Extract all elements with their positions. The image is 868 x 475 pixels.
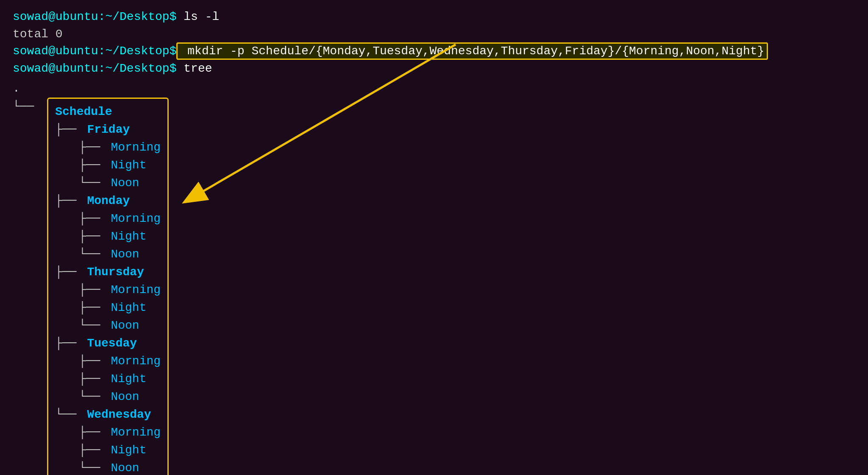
- c4: ├──: [79, 210, 107, 228]
- command-tree: tree: [176, 62, 212, 75]
- wednesday-morning-label: Morning: [111, 424, 161, 441]
- root-dot: .: [13, 80, 20, 98]
- command-mkdir: mkdir -p Schedule/{Monday,Tuesday,Wednes…: [176, 42, 768, 60]
- tree-wrapper: └── Schedule ├── Friday ├── Morning ├── …: [13, 98, 855, 475]
- c14: ├──: [79, 441, 107, 459]
- wednesday-connector: └──: [55, 406, 83, 424]
- tree-root: .: [13, 80, 855, 98]
- c8: ├──: [79, 299, 107, 317]
- output-total: total 0: [13, 28, 63, 41]
- wednesday-night: ├── Night: [79, 441, 161, 459]
- line-tree: sowad@ubuntu:~/Desktop$ tree: [13, 60, 855, 78]
- wednesday-dir: └── Wednesday: [55, 406, 161, 424]
- friday-label: Friday: [87, 121, 130, 139]
- tuesday-night-label: Night: [111, 370, 146, 388]
- thursday-morning-label: Morning: [111, 281, 161, 299]
- monday-night-label: Night: [111, 228, 146, 246]
- thursday-dir: ├── Thursday: [55, 263, 161, 281]
- tuesday-dir: ├── Tuesday: [55, 335, 161, 352]
- friday-noon: └── Noon: [79, 174, 161, 192]
- friday-connector: ├──: [55, 121, 83, 139]
- schedule-dir: Schedule: [55, 103, 161, 121]
- c12: └──: [79, 388, 107, 406]
- wednesday-noon: └── Noon: [79, 459, 161, 475]
- tuesday-label: Tuesday: [87, 335, 137, 352]
- wednesday-morning: ├── Morning: [79, 424, 161, 441]
- wednesday-label: Wednesday: [87, 406, 151, 424]
- prompt-2: sowad@ubuntu:~/Desktop$: [13, 45, 176, 58]
- prompt-3: sowad@ubuntu:~/Desktop$: [13, 62, 176, 75]
- tuesday-morning-label: Morning: [111, 352, 161, 370]
- monday-noon-label: Noon: [111, 246, 139, 263]
- c11: ├──: [79, 370, 107, 388]
- c7: ├──: [79, 281, 107, 299]
- tree-box: Schedule ├── Friday ├── Morning ├── Nigh…: [47, 98, 169, 475]
- tuesday-connector: ├──: [55, 335, 83, 352]
- thursday-morning: ├── Morning: [79, 281, 161, 299]
- thursday-label: Thursday: [87, 263, 144, 281]
- tuesday-noon: └── Noon: [79, 388, 161, 406]
- monday-night: ├── Night: [79, 228, 161, 246]
- thursday-night-label: Night: [111, 299, 146, 317]
- line-mkdir: sowad@ubuntu:~/Desktop$ mkdir -p Schedul…: [13, 43, 855, 60]
- c9: └──: [79, 317, 107, 335]
- c2: ├──: [79, 156, 107, 174]
- tuesday-noon-label: Noon: [111, 388, 139, 406]
- friday-night-label: Night: [111, 156, 146, 174]
- monday-noon: └── Noon: [79, 246, 161, 263]
- tuesday-morning: ├── Morning: [79, 352, 161, 370]
- command-ls: ls -l: [176, 10, 219, 23]
- thursday-noon-label: Noon: [111, 317, 139, 335]
- c3: └──: [79, 174, 107, 192]
- monday-morning-label: Morning: [111, 210, 161, 228]
- tuesday-night: ├── Night: [79, 370, 161, 388]
- wednesday-noon-label: Noon: [111, 459, 139, 475]
- friday-night: ├── Night: [79, 156, 161, 174]
- c10: ├──: [79, 352, 107, 370]
- tree-output: . └── Schedule ├── Friday ├── Morning ├─…: [13, 80, 855, 475]
- friday-morning: ├── Morning: [79, 139, 161, 156]
- line-total: total 0: [13, 26, 855, 43]
- thursday-noon: └── Noon: [79, 317, 161, 335]
- schedule-label: Schedule: [55, 103, 112, 121]
- wednesday-night-label: Night: [111, 441, 146, 459]
- c1: ├──: [79, 139, 107, 156]
- monday-label: Monday: [87, 192, 130, 210]
- friday-dir: ├── Friday: [55, 121, 161, 139]
- c15: └──: [79, 459, 107, 475]
- root-pipe: └──: [13, 98, 41, 116]
- friday-noon-label: Noon: [111, 174, 139, 192]
- line-ls: sowad@ubuntu:~/Desktop$ ls -l: [13, 8, 855, 26]
- terminal: sowad@ubuntu:~/Desktop$ ls -l total 0 so…: [0, 0, 868, 475]
- friday-morning-label: Morning: [111, 139, 161, 156]
- c5: ├──: [79, 228, 107, 246]
- monday-dir: ├── Monday: [55, 192, 161, 210]
- c6: └──: [79, 246, 107, 263]
- thursday-connector: ├──: [55, 263, 83, 281]
- prompt-1: sowad@ubuntu:~/Desktop$: [13, 10, 176, 23]
- c13: ├──: [79, 424, 107, 441]
- monday-connector: ├──: [55, 192, 83, 210]
- monday-morning: ├── Morning: [79, 210, 161, 228]
- thursday-night: ├── Night: [79, 299, 161, 317]
